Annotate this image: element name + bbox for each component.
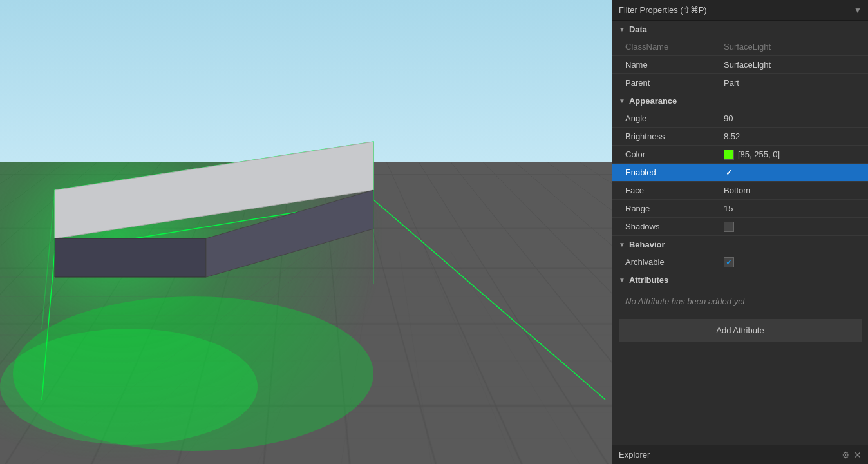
no-attribute-text: No Attribute has been added yet bbox=[612, 289, 868, 314]
prop-row-parent[interactable]: Parent Part bbox=[612, 74, 868, 92]
section-attributes[interactable]: ▼ Attributes bbox=[612, 271, 868, 289]
prop-name-brightness: Brightness bbox=[612, 131, 719, 141]
section-data-label: Data bbox=[629, 24, 647, 34]
prop-name-shadows: Shadows bbox=[612, 222, 719, 231]
archivable-checkbox[interactable]: ✓ bbox=[724, 257, 734, 267]
section-behavior-label: Behavior bbox=[629, 240, 665, 249]
section-data-chevron: ▼ bbox=[619, 26, 625, 33]
prop-value-color: [85, 255, 0] bbox=[719, 150, 868, 160]
prop-row-range[interactable]: Range 15 bbox=[612, 200, 868, 218]
prop-name-parent: Parent bbox=[612, 78, 719, 88]
settings-icon[interactable]: ⚙ bbox=[842, 450, 850, 460]
prop-value-name: SurfaceLight bbox=[719, 60, 868, 70]
prop-row-brightness[interactable]: Brightness 8.52 bbox=[612, 128, 868, 146]
prop-name-classname: ClassName bbox=[612, 42, 719, 52]
prop-value-brightness: 8.52 bbox=[719, 131, 868, 141]
section-appearance-label: Appearance bbox=[629, 96, 677, 106]
prop-name-archivable: Archivable bbox=[612, 257, 719, 267]
panel-header-arrow: ▼ bbox=[854, 6, 862, 15]
panel-footer: Explorer ⚙ ✕ bbox=[612, 445, 868, 464]
properties-panel: Filter Properties (⇧⌘P) ▼ ▼ Data ClassNa… bbox=[612, 0, 868, 464]
prop-value-face: Bottom bbox=[719, 186, 868, 195]
panel-title: Filter Properties (⇧⌘P) bbox=[619, 5, 707, 15]
prop-row-enabled[interactable]: Enabled ✓ bbox=[612, 164, 868, 182]
ground bbox=[0, 162, 612, 464]
section-behavior-chevron: ▼ bbox=[619, 241, 625, 248]
section-attributes-chevron: ▼ bbox=[619, 276, 625, 284]
prop-row-color[interactable]: Color [85, 255, 0] bbox=[612, 146, 868, 164]
prop-row-face[interactable]: Face Bottom bbox=[612, 182, 868, 200]
prop-value-enabled: ✓ bbox=[719, 168, 868, 178]
section-data[interactable]: ▼ Data bbox=[612, 21, 868, 38]
footer-explorer-label: Explorer bbox=[619, 450, 650, 459]
prop-value-range: 15 bbox=[719, 204, 868, 213]
prop-row-archivable[interactable]: Archivable ✓ bbox=[612, 253, 868, 271]
enabled-checkbox[interactable]: ✓ bbox=[724, 168, 734, 178]
section-appearance-chevron: ▼ bbox=[619, 97, 625, 104]
close-icon[interactable]: ✕ bbox=[854, 450, 862, 460]
archivable-checkmark-icon: ✓ bbox=[726, 258, 732, 266]
prop-value-shadows bbox=[719, 222, 868, 232]
section-attributes-label: Attributes bbox=[629, 275, 668, 285]
prop-value-classname: SurfaceLight bbox=[719, 42, 868, 52]
prop-name-color: Color bbox=[612, 150, 719, 159]
prop-row-classname[interactable]: ClassName SurfaceLight bbox=[612, 38, 868, 56]
color-swatch[interactable] bbox=[724, 150, 734, 160]
ground-grid bbox=[0, 162, 612, 464]
prop-value-parent: Part bbox=[719, 78, 868, 88]
sky bbox=[0, 0, 612, 177]
prop-name-range: Range bbox=[612, 204, 719, 213]
prop-row-angle[interactable]: Angle 90 bbox=[612, 110, 868, 128]
prop-name-name: Name bbox=[612, 60, 719, 70]
shadows-checkbox[interactable] bbox=[724, 222, 734, 232]
prop-row-shadows[interactable]: Shadows bbox=[612, 218, 868, 236]
section-appearance[interactable]: ▼ Appearance bbox=[612, 92, 868, 110]
viewport[interactable] bbox=[0, 0, 612, 464]
prop-value-angle: 90 bbox=[719, 113, 868, 123]
prop-value-archivable: ✓ bbox=[719, 257, 868, 267]
prop-row-name[interactable]: Name SurfaceLight bbox=[612, 56, 868, 74]
footer-icons: ⚙ ✕ bbox=[842, 450, 862, 460]
prop-name-face: Face bbox=[612, 186, 719, 195]
prop-name-enabled: Enabled bbox=[612, 168, 719, 177]
panel-header[interactable]: Filter Properties (⇧⌘P) ▼ bbox=[612, 0, 868, 21]
panel-body[interactable]: ▼ Data ClassName SurfaceLight Name Surfa… bbox=[612, 21, 868, 445]
section-behavior[interactable]: ▼ Behavior bbox=[612, 236, 868, 253]
add-attribute-button[interactable]: Add Attribute bbox=[619, 319, 862, 342]
checkmark-icon: ✓ bbox=[726, 169, 732, 177]
prop-name-angle: Angle bbox=[612, 113, 719, 123]
